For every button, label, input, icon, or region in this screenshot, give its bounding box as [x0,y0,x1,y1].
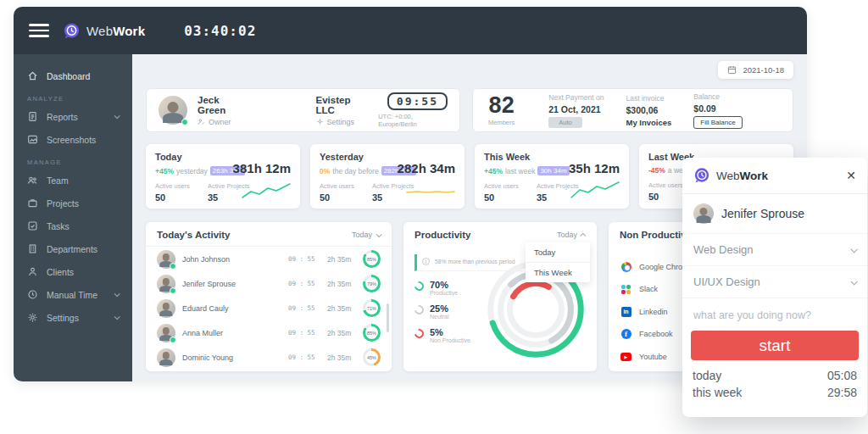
person-icon [27,266,38,277]
user-role: Owner [198,118,247,126]
productivity-filter-dropdown[interactable]: Today [557,231,586,239]
productivity-ring: 71% [363,299,381,317]
linkedin-icon: in [620,306,632,317]
neutral-arc-icon [413,303,426,316]
delta-value: +45% [484,167,503,175]
slack-icon [620,284,632,295]
start-button[interactable]: start [691,331,859,360]
date-picker[interactable]: 2021-10-18 [718,61,793,79]
owner-icon [198,118,205,125]
stat-card-this-week: This Week +45% last week 30h 34m 35h 12m… [475,144,629,209]
user-name: Jeck Green [198,95,247,115]
activity-row[interactable]: Eduard Cauly 09 : 55 2h 35m 71% [146,296,392,320]
timezone-label: UTC: +0:00, Europe/Berlin [378,113,448,128]
sidebar: Dashboard ANALYZE Reports Screenshots MA… [14,54,132,381]
company-settings-link[interactable]: Settings [316,118,369,126]
activity-description-input[interactable] [682,298,867,329]
sidebar-item-clients[interactable]: Clients [14,260,132,283]
chevron-down-icon [850,278,857,285]
project-select[interactable]: Web Design [682,234,867,266]
sidebar-item-manual-time[interactable]: Manual Time [14,283,132,306]
clock-icon [27,289,38,300]
youtube-icon: ▶ [620,351,632,362]
activity-row[interactable]: Jenifer Sprouse 09 : 55 2h 35m 79% [146,271,392,296]
company-name: Evistep LLC [316,95,369,115]
activity-title: Today's Activity [157,230,230,240]
online-status-dot [170,337,176,343]
week-total: 29:58 [827,386,857,399]
scrollbar[interactable] [387,303,389,332]
team-icon [27,175,38,186]
sidebar-item-tasks[interactable]: Tasks [14,214,132,237]
sparkline [570,181,620,201]
online-status-dot [170,263,176,270]
sidebar-item-settings[interactable]: Settings [14,306,132,329]
chevron-down-icon [114,291,120,297]
next-payment-block: Next Payment on 21 Oct, 2021 Auto [548,93,604,128]
sidebar-item-reports[interactable]: Reports [14,105,132,128]
productivity-ring: 85% [363,324,381,342]
total-hours: 282h 34m [398,161,455,175]
calendar-icon [727,65,737,75]
profile-card: Jeck Green Owner Evistep LLC Settings [146,88,460,132]
facebook-icon: f [620,329,632,340]
activity-filter-dropdown[interactable]: Today [352,231,381,239]
productivity-card: Productivity Today Today This Week i 58%… [403,222,597,371]
fill-balance-button[interactable]: Fill Balance [693,116,742,129]
productive-arc-icon [413,280,426,292]
avatar [159,96,187,125]
activity-row[interactable]: Dominic Young 09 : 55 2h 35m 45% [146,345,392,370]
balance-block: Balance $0.09 Fill Balance [693,92,742,129]
chevron-down-icon [376,231,382,237]
last-invoice-block: Last invoice $300,06 My Invoices [626,94,671,127]
sidebar-item-projects[interactable]: Projects [14,192,132,214]
sidebar-item-departments[interactable]: Departments [14,237,132,260]
auto-badge: Auto [548,117,581,128]
local-time-clock: 09:55 [387,92,448,110]
productivity-title: Productivity [415,230,470,240]
members-count: 82 Members [488,94,515,126]
account-card: 82 Members Next Payment on 21 Oct, 2021 … [472,88,793,132]
chevron-down-icon [114,314,120,320]
activity-row[interactable]: John Johnson 09 : 55 2h 35m 85% [146,247,392,271]
total-hours: 381h 12m [233,161,291,175]
avatar [157,299,175,318]
online-status-dot [181,119,188,125]
sparkline [241,181,292,201]
tracker-header: WebWork ✕ [682,158,867,194]
tracker-brand: WebWork [716,170,768,182]
task-select[interactable]: UI/UX Design [682,266,867,298]
sidebar-section-manage: MANAGE [14,151,132,169]
productivity-ring: 79% [363,275,381,292]
avatar [157,250,175,269]
gear-icon [27,312,38,323]
tracker-user: Jenifer Sprouse [682,194,867,234]
sidebar-item-team[interactable]: Team [14,169,132,192]
today-total: 05:08 [827,369,857,382]
my-invoices-link[interactable]: My Invoices [626,118,671,127]
chrome-icon [620,261,632,272]
sidebar-item-screenshots[interactable]: Screenshots [14,128,132,151]
sidebar-section-analyze: ANALYZE [14,87,132,105]
webwork-logo-icon [693,167,710,184]
home-icon [27,70,38,81]
filter-menu: Today This Week [526,242,590,282]
close-icon[interactable]: ✕ [846,170,856,181]
menu-item-today[interactable]: Today [526,242,590,263]
avatar [157,275,175,293]
delta-value: -45% [648,166,665,175]
chevron-down-icon [850,246,857,253]
tracker-summary: today05:08 this week29:58 [682,365,867,403]
avatar [157,324,175,342]
sidebar-item-dashboard[interactable]: Dashboard [14,64,132,87]
total-hours: 35h 12m [569,161,620,175]
activity-row[interactable]: Anna Muller 09 : 55 2h 35m 85% [146,320,392,345]
productivity-legend: 70%Productive 25%Neutral 5%Non Productiv… [415,280,597,343]
brand-name: WebWork [86,24,145,38]
chevron-down-icon [114,113,120,119]
info-icon: i [422,258,430,265]
date-value: 2021-10-18 [743,65,784,75]
hamburger-menu-icon[interactable] [29,24,49,37]
productivity-ring: 45% [363,348,381,366]
menu-item-this-week[interactable]: This Week [526,263,590,282]
